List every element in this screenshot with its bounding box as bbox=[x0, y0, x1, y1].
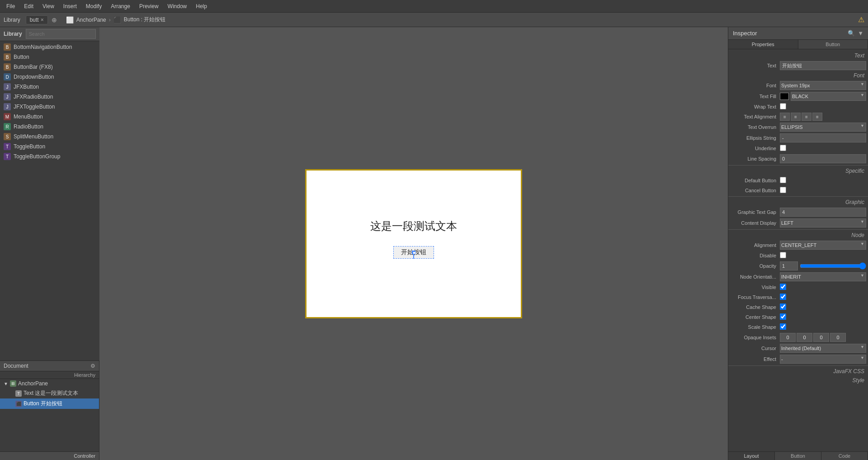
prop-value-effect: - bbox=[780, 355, 866, 364]
inspector-chevron-icon[interactable]: ▼ bbox=[858, 30, 863, 37]
prop-row-center-shape: Center Shape bbox=[728, 312, 868, 322]
content-display-select[interactable]: LEFT bbox=[780, 218, 866, 228]
prop-label-graphic-text-gap: Graphic Text Gap bbox=[730, 209, 780, 215]
text-overrun-select[interactable]: ELLIPSIS bbox=[780, 123, 866, 132]
inset-right-input[interactable] bbox=[797, 333, 812, 342]
inset-top-input[interactable] bbox=[780, 333, 796, 342]
menu-modify[interactable]: Modify bbox=[81, 1, 106, 11]
main-layout: Library B BottomNavigationButton B Butto… bbox=[0, 27, 868, 460]
list-item[interactable]: J JFXToggleButton bbox=[0, 102, 99, 112]
list-item[interactable]: S SplitMenuButton bbox=[0, 132, 99, 142]
ellipsis-string-input[interactable] bbox=[780, 133, 866, 142]
text-fill-color-swatch[interactable] bbox=[780, 93, 789, 100]
prop-row-text-overrun: Text Overrun ELLIPSIS bbox=[728, 122, 868, 133]
align-center-btn[interactable]: ≡ bbox=[791, 113, 801, 121]
inset-row bbox=[780, 333, 866, 342]
list-item[interactable]: T ToggleButton bbox=[0, 142, 99, 152]
prop-row-disable: Disable bbox=[728, 251, 868, 261]
node-orientation-select[interactable]: INHERIT bbox=[780, 272, 866, 281]
tab-button[interactable]: Button bbox=[798, 40, 868, 49]
breadcrumb-button[interactable]: Button : 开始按钮 bbox=[124, 16, 166, 24]
inspector-content: Text Text Font Font System 19px bbox=[728, 49, 868, 451]
menu-view[interactable]: View bbox=[38, 1, 59, 11]
align-justify-btn[interactable]: ≡ bbox=[812, 113, 822, 121]
active-tab[interactable]: butt × bbox=[26, 15, 48, 24]
item-icon: J bbox=[4, 83, 11, 90]
text-fill-select[interactable]: BLACK bbox=[791, 92, 866, 101]
inset-left-input[interactable] bbox=[830, 333, 846, 342]
line-spacing-input[interactable] bbox=[780, 154, 866, 163]
bottom-tab-layout[interactable]: Layout bbox=[728, 452, 775, 460]
document-settings-icon[interactable]: ⚙ bbox=[90, 363, 95, 369]
menu-window[interactable]: Window bbox=[163, 1, 192, 11]
graphic-text-gap-input[interactable] bbox=[780, 208, 866, 217]
list-item[interactable]: T ToggleButtonGroup bbox=[0, 152, 99, 161]
wrap-text-checkbox[interactable] bbox=[780, 103, 786, 109]
font-select[interactable]: System 19px bbox=[780, 81, 866, 90]
menu-insert[interactable]: Insert bbox=[59, 1, 81, 11]
text-input[interactable] bbox=[780, 61, 866, 70]
bottom-tab-code[interactable]: Code bbox=[821, 452, 868, 460]
disable-checkbox[interactable] bbox=[780, 252, 786, 258]
text-alignment-buttons: ≡ ≡ ≡ ≡ bbox=[780, 113, 866, 121]
section-specific: Specific bbox=[728, 166, 868, 175]
align-left-btn[interactable]: ≡ bbox=[780, 113, 790, 121]
document-title: Document bbox=[4, 363, 28, 369]
opacity-input[interactable] bbox=[780, 261, 798, 270]
list-item[interactable]: D DropdownButton bbox=[0, 72, 99, 82]
list-item[interactable]: M MenuButton bbox=[0, 112, 99, 122]
divider-4 bbox=[728, 365, 868, 366]
menu-preview[interactable]: Preview bbox=[135, 1, 163, 11]
hierarchy-item-text[interactable]: T Text 这是一段测试文本 bbox=[0, 388, 99, 398]
inspector-header-actions: 🔍 ▼ bbox=[848, 30, 863, 37]
prop-label-node-orientation: Node Orientati... bbox=[730, 274, 780, 280]
underline-checkbox[interactable] bbox=[780, 145, 786, 151]
menu-arrange[interactable]: Arrange bbox=[106, 1, 135, 11]
list-item[interactable]: J JFXRadioButton bbox=[0, 92, 99, 102]
section-style: Style bbox=[728, 376, 868, 385]
list-item[interactable]: B Button bbox=[0, 52, 99, 62]
breadcrumb-anchorpane[interactable]: AnchorPane bbox=[76, 17, 106, 23]
menu-edit[interactable]: Edit bbox=[19, 1, 38, 11]
prop-value-node-orientation: INHERIT bbox=[780, 272, 866, 281]
menu-help[interactable]: Help bbox=[191, 1, 212, 11]
text-fill-select-wrap: BLACK bbox=[791, 92, 866, 101]
prop-value-focus-traversal bbox=[780, 294, 866, 301]
scale-shape-checkbox[interactable] bbox=[780, 323, 786, 330]
effect-select[interactable]: - bbox=[780, 355, 866, 364]
inset-bottom-input[interactable] bbox=[813, 333, 829, 342]
cancel-button-checkbox[interactable] bbox=[780, 187, 786, 193]
list-item[interactable]: J JFXButton bbox=[0, 82, 99, 92]
section-font: Font bbox=[728, 71, 868, 80]
tab-add-icon[interactable]: ⊕ bbox=[52, 16, 57, 24]
list-item[interactable]: R RadioButton bbox=[0, 122, 99, 132]
focus-traversal-checkbox[interactable] bbox=[780, 294, 786, 300]
list-item[interactable]: B BottomNavigationButton bbox=[0, 42, 99, 52]
opacity-slider[interactable] bbox=[800, 263, 866, 269]
center-shape-checkbox[interactable] bbox=[780, 313, 786, 320]
hierarchy-items: ▼ ⊞ AnchorPane T Text 这是一段测试文本 ⬛ Button … bbox=[0, 379, 99, 451]
cursor-select[interactable]: Inherited (Default) bbox=[780, 344, 866, 353]
bottom-tab-button[interactable]: Button bbox=[775, 452, 821, 460]
cache-shape-checkbox[interactable] bbox=[780, 304, 786, 310]
prop-label-effect: Effect bbox=[730, 356, 780, 362]
prop-row-cursor: Cursor Inherited (Default) bbox=[728, 343, 868, 354]
tab-name: butt bbox=[30, 17, 39, 23]
default-button-checkbox[interactable] bbox=[780, 177, 786, 183]
menu-file[interactable]: File bbox=[2, 1, 19, 11]
hierarchy-item-button[interactable]: ⬛ Button 开始按钮 bbox=[0, 398, 99, 409]
alignment-select[interactable]: CENTER_LEFT bbox=[780, 241, 866, 250]
inspector-search-icon[interactable]: 🔍 bbox=[848, 30, 855, 37]
prop-label-content-display: Content Display bbox=[730, 220, 780, 226]
prop-label-text-alignment: Text Alignment bbox=[730, 114, 780, 119]
align-right-btn[interactable]: ≡ bbox=[802, 113, 811, 121]
list-item[interactable]: B ButtonBar (FX8) bbox=[0, 62, 99, 72]
visible-checkbox[interactable] bbox=[780, 284, 786, 290]
tab-close-icon[interactable]: × bbox=[41, 17, 44, 23]
expand-icon: ▼ bbox=[4, 381, 8, 386]
library-search-input[interactable] bbox=[26, 29, 96, 39]
canvas-area[interactable]: 这是一段测试文本 开始按钮 bbox=[99, 27, 728, 460]
hierarchy-item-anchorpane[interactable]: ▼ ⊞ AnchorPane bbox=[0, 379, 99, 388]
item-label: RadioButton bbox=[14, 123, 43, 130]
tab-properties[interactable]: Properties bbox=[728, 40, 798, 49]
